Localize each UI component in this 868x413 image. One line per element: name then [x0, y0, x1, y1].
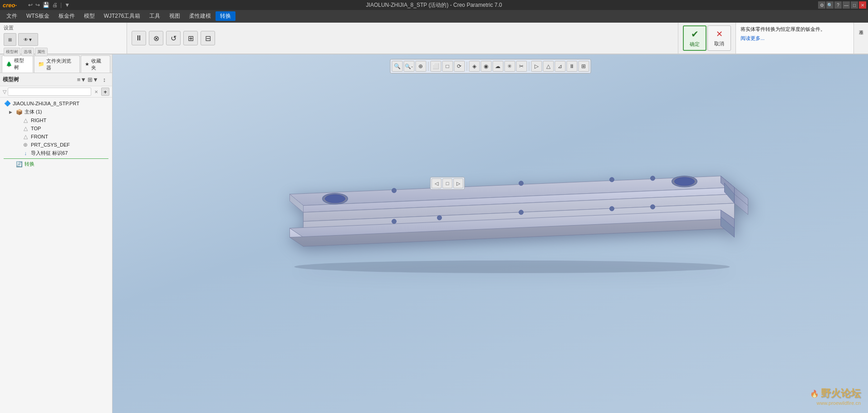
ibeam-svg [276, 167, 752, 294]
vp-section[interactable]: ✂ [516, 61, 527, 72]
save-icon[interactable]: 💾 [42, 2, 50, 8]
menu-wjt[interactable]: WJT276工具箱 [99, 11, 145, 21]
maximize-button[interactable]: □ [851, 1, 858, 9]
model-float-toolbar: ◁ □ ▷ [430, 177, 465, 190]
svg-point-20 [674, 177, 694, 186]
search-input[interactable] [8, 88, 91, 96]
tree-item-csys[interactable]: ⊕ PRT_CSYS_DEF [0, 141, 112, 149]
tab-reference[interactable]: 模型树 [4, 48, 20, 56]
ribbon-extra-panel: 基准 [853, 23, 868, 54]
grid-btn[interactable]: ⊞ [183, 31, 198, 45]
vp-expand[interactable]: ⊞ [578, 61, 589, 72]
vp-render[interactable]: ◉ [481, 61, 491, 72]
search-win-icon[interactable]: 🔍 [826, 1, 834, 9]
vp-box-select[interactable]: ⬜ [430, 61, 441, 72]
menu-model[interactable]: 模型 [79, 11, 99, 21]
part-icon: 🔷 [4, 100, 11, 107]
close-button[interactable]: ✕ [859, 1, 866, 9]
tab-favorites[interactable]: ★ 收藏夹 [81, 55, 110, 73]
ribbon-setup-panel: 设置 ⊞ 👁▼ 模型树 选项 属性 [0, 23, 127, 54]
vp-annotate[interactable]: ✳ [504, 61, 515, 72]
svg-point-28 [519, 210, 523, 215]
tree-item-import[interactable]: ↓ 导入特征 标识67 [0, 149, 112, 157]
filter-icon: ▽ [3, 89, 6, 95]
tree-settings-btn[interactable]: ≡▼ [77, 74, 87, 84]
menu-tools[interactable]: 工具 [145, 11, 165, 21]
viewport[interactable]: 🔍 🔍- ⊕ ⬜ □ ⟳ ◈ ◉ ☁ ✳ ✂ ▷ △ ⊿ ⏸ ⊞ [113, 54, 868, 413]
connect-btn[interactable]: ⊟ [201, 31, 215, 45]
tree-expand-btn[interactable]: ↕ [99, 74, 109, 84]
separator: | [59, 2, 63, 8]
settings-icon[interactable]: ⚙ [818, 1, 825, 9]
tree-item-right[interactable]: △ RIGHT [0, 116, 112, 124]
watermark: 🔥 野火论坛 www.proewildfire.cn [810, 387, 861, 406]
reference-icon-btn[interactable]: ⊞ [4, 33, 16, 46]
mf-center-btn[interactable]: □ [442, 178, 452, 188]
tab-properties[interactable]: 属性 [35, 48, 48, 56]
settings-view-btn[interactable]: 👁▼ [18, 33, 38, 46]
vp-zoom-out[interactable]: 🔍- [403, 61, 414, 72]
watermark-brand: 野火论坛 [821, 387, 861, 400]
cancel-button[interactable]: ✕ 取消 [707, 25, 731, 51]
tree-item-convert[interactable]: 🔄 转换 [0, 160, 112, 168]
setup-icons: ⊞ 👁▼ [4, 33, 123, 46]
setup-label: 设置 [4, 25, 123, 31]
3d-model-container [276, 167, 752, 295]
vp-edges[interactable]: ☁ [492, 61, 503, 72]
menu-flexible[interactable]: 柔性建模 [185, 11, 216, 21]
stop-btn[interactable]: ⊗ [149, 31, 163, 45]
vp-pause[interactable]: ⏸ [566, 61, 577, 72]
vp-zoom-in[interactable]: 🔍 [392, 61, 402, 72]
vp-view-orient[interactable]: □ [442, 61, 453, 72]
root-label: JIAOLUN-ZHIJIA_8_STP.PRT [13, 101, 79, 106]
pause-btn[interactable]: ⏸ [132, 31, 146, 45]
info-text: 将实体零件转换为恒定厚度的钣金件。 [740, 25, 849, 33]
print-icon[interactable]: 🖨 [51, 2, 59, 8]
csys-label: PRT_CSYS_DEF [31, 142, 70, 148]
undo-icon[interactable]: ↩ [27, 2, 34, 8]
svg-point-23 [519, 181, 523, 186]
read-more-link[interactable]: 阅读更多... [740, 35, 849, 42]
vp-csys[interactable]: ⊿ [554, 61, 565, 72]
minimize-button[interactable]: — [843, 1, 850, 9]
tree-item-body[interactable]: ▶ 📦 主体 (1) [0, 108, 112, 116]
tree-search-bar: ▽ ✕ + [0, 86, 112, 98]
menu-sheet[interactable]: 板金件 [54, 11, 79, 21]
tree-item-root[interactable]: 🔷 JIAOLUN-ZHIJIA_8_STP.PRT [0, 99, 112, 108]
menu-file[interactable]: 文件 [2, 11, 22, 21]
front-label: FRONT [31, 134, 48, 139]
tree-toolbar: 模型树 ≡▼ ⊞▼ ↕ [0, 73, 112, 86]
right-label: RIGHT [31, 118, 46, 123]
redo-icon[interactable]: ↪ [34, 2, 41, 8]
undo-btn[interactable]: ↺ [166, 31, 181, 45]
tree-icon: 🌲 [6, 61, 12, 67]
menu-wts[interactable]: WTS板金 [22, 11, 54, 21]
vp-shading[interactable]: ◈ [469, 61, 480, 72]
svg-point-31 [294, 261, 730, 273]
mf-back-btn[interactable]: ◁ [432, 178, 441, 188]
svg-point-27 [437, 216, 441, 220]
vp-analysis[interactable]: ▷ [531, 61, 542, 72]
vp-datum[interactable]: △ [543, 61, 554, 72]
vp-fit[interactable]: ⊕ [415, 61, 426, 72]
confirm-button[interactable]: ✔ 确定 [683, 25, 706, 51]
tree-columns-btn[interactable]: ⊞▼ [88, 74, 98, 84]
mf-forward-btn[interactable]: ▷ [453, 178, 463, 188]
options-icon[interactable]: ▼ [64, 2, 71, 8]
menu-view[interactable]: 视图 [165, 11, 185, 21]
tree-item-top[interactable]: △ TOP [0, 124, 112, 133]
csys-icon: ⊕ [22, 142, 29, 148]
search-add-btn[interactable]: + [101, 88, 109, 96]
menu-convert[interactable]: 转换 [216, 11, 235, 21]
search-clear-btn[interactable]: ✕ [93, 88, 100, 95]
watermark-logo-icon: 🔥 [810, 389, 819, 398]
tab-folder-browser[interactable]: 📁 文件夹浏览器 [34, 55, 80, 73]
help-icon[interactable]: ? [834, 1, 842, 9]
tree-item-front[interactable]: △ FRONT [0, 133, 112, 141]
svg-point-29 [609, 206, 614, 211]
expand-arrow-body[interactable]: ▶ [9, 110, 14, 114]
vp-rotate[interactable]: ⟳ [454, 61, 465, 72]
cancel-label: 取消 [714, 40, 724, 47]
tab-options[interactable]: 选项 [21, 48, 34, 56]
tab-model-tree[interactable]: 🌲 模型树 [2, 55, 33, 73]
